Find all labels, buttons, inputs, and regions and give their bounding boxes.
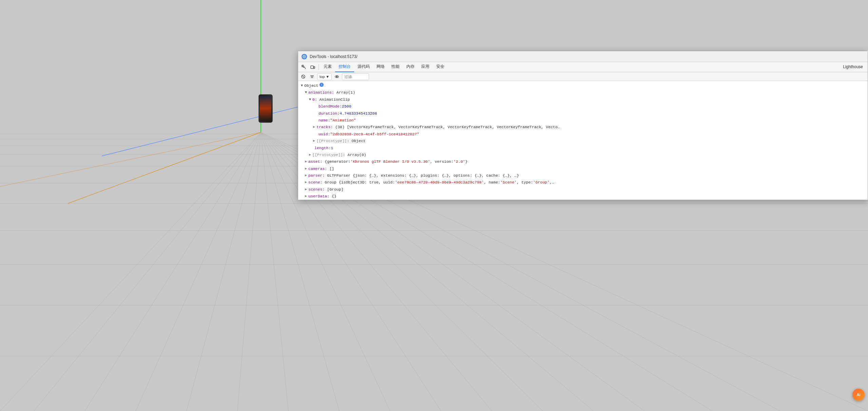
info-icon-object: i (320, 83, 324, 87)
arrow-scenes[interactable]: ▶ (305, 187, 307, 192)
arrow-parser[interactable]: ▶ (305, 173, 307, 178)
devtools-panel: DevTools - localhost:5173/ 元素 控制台 源代码 网络… (298, 51, 868, 200)
tab-performance[interactable]: 性能 (388, 62, 403, 72)
console-line-name: name : "Animation" (310, 117, 868, 124)
arrow-object[interactable]: ▼ (301, 83, 303, 89)
svg-line-38 (302, 76, 304, 78)
console-line-proto-array: ▶ [[Prototype]] : Array(0) (306, 152, 868, 158)
arrow-length (309, 145, 313, 151)
arrow-blendmode (313, 103, 317, 109)
top-context-dropdown[interactable]: top ▼ (317, 73, 332, 80)
tab-application[interactable]: 应用 (418, 62, 433, 72)
filter-btn[interactable] (308, 73, 316, 80)
console-line-cameras: ▶ cameras : [] (302, 165, 868, 172)
nav-separator-1 (319, 64, 319, 70)
arrow-animations[interactable]: ▼ (305, 90, 307, 95)
arrow-cameras[interactable]: ▶ (305, 166, 307, 172)
console-line-blendmode: blendMode : 2500 (310, 103, 868, 110)
arrow-duration (313, 111, 317, 116)
devtools-titlebar: DevTools - localhost:5173/ (298, 51, 868, 62)
inspect-element-btn[interactable] (300, 63, 308, 72)
tab-console[interactable]: 控制台 (335, 62, 354, 72)
console-line-object: ▼ Object i (298, 82, 868, 89)
console-line-asset: ▶ asset : {generator: 'Khronos glTF Blen… (302, 158, 868, 165)
svg-rect-35 (311, 66, 313, 68)
console-line-proto-animclip: ▶ [[Prototype]] : Object (310, 138, 868, 144)
svg-rect-36 (314, 66, 315, 68)
clear-console-btn[interactable] (300, 73, 307, 80)
ai-assistant-icon[interactable]: Ai (852, 389, 865, 401)
console-line-tracks: ▶ tracks : (38) [VectorKeyframeTrack, Ve… (310, 124, 868, 131)
console-line-scenes: ▶ scenes : [Group] (302, 186, 868, 193)
arrow-proto-animclip[interactable]: ▶ (313, 138, 315, 144)
phone-screen (260, 96, 271, 121)
filter-input[interactable] (342, 73, 369, 80)
arrow-asset[interactable]: ▶ (305, 159, 307, 164)
tab-memory[interactable]: 内存 (403, 62, 418, 72)
console-line-length: length : 1 (306, 145, 868, 152)
tab-lighthouse[interactable]: Lighthouse (840, 62, 866, 72)
device-toggle-btn[interactable] (308, 63, 317, 72)
console-line-0-animationclip: ▼ 0 : AnimationClip (306, 96, 868, 103)
eye-btn[interactable] (333, 73, 341, 80)
console-line-uuid: uuid : "2db32830-2ec9-4c4f-b5ff-1ce41841… (310, 131, 868, 138)
arrow-0[interactable]: ▼ (309, 97, 311, 102)
arrow-tracks[interactable]: ▶ (313, 124, 315, 130)
arrow-proto-array[interactable]: ▶ (309, 152, 311, 158)
tab-sources[interactable]: 源代码 (354, 62, 373, 72)
phone-3d-model (258, 94, 273, 123)
tab-elements[interactable]: 元素 (320, 62, 335, 72)
tab-network[interactable]: 网络 (373, 62, 388, 72)
svg-point-43 (336, 76, 337, 77)
tab-security[interactable]: 安全 (433, 62, 448, 72)
console-output[interactable]: ▼ Object i ▼ animations : Array(1) ▼ 0 :… (298, 81, 868, 200)
arrow-userdata[interactable]: ▶ (305, 193, 307, 199)
devtools-nav: 元素 控制台 源代码 网络 性能 内存 应用 安全 Lighthouse (298, 62, 868, 72)
console-line-scene: ▶ scene : Group {isObject3D: true, uuid:… (302, 179, 868, 186)
arrow-name (313, 117, 317, 123)
console-line-duration: duration : 4.74833345413208 (310, 110, 868, 117)
devtools-logo-icon (302, 54, 307, 59)
devtools-title: DevTools - localhost:5173/ (310, 54, 358, 59)
arrow-scene[interactable]: ▶ (305, 179, 307, 185)
arrow-uuid (313, 131, 317, 137)
devtools-toolbar: top ▼ (298, 72, 868, 81)
console-line-animations: ▼ animations : Array(1) (302, 89, 868, 96)
console-line-parser: ▶ parser : GLTFParser {json: {…}, extens… (302, 172, 868, 179)
console-line-userdata: ▶ userData : {} (302, 193, 868, 200)
